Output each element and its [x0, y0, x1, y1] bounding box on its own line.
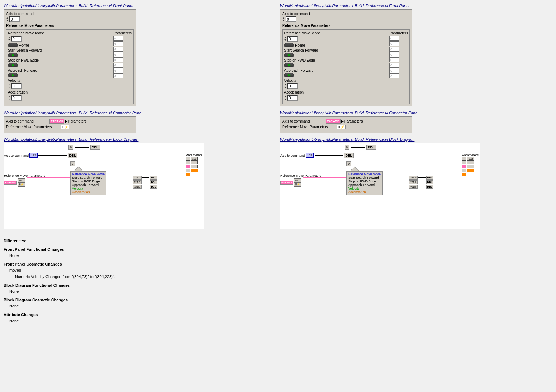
left-accel-down[interactable]: ▼: [8, 98, 10, 101]
left-mode-arrows[interactable]: ▲ ▼: [8, 36, 10, 42]
left-bd-zero-val: 0: [70, 161, 75, 166]
right-approach-fwd-label: Approach Forward: [284, 68, 387, 72]
right-velocity-control[interactable]: ▲ ▼ 0: [284, 83, 387, 89]
left-bd-sub-2: ⊞⚡: [18, 182, 25, 187]
right-axis-arrows[interactable]: ▲ ▼: [282, 16, 285, 22]
left-home-label: Home: [19, 43, 29, 47]
left-stop-fwd-button[interactable]: [8, 63, 110, 67]
left-bd-stop-fwd-func: Stop on FWD Edge: [72, 180, 105, 183]
right-home-button[interactable]: Home: [284, 43, 387, 47]
right-bd-stack-item-3: [462, 165, 466, 168]
left-accel-control[interactable]: ▲ ▼ 0: [8, 95, 110, 101]
left-axis-down-arrow[interactable]: ▼: [6, 19, 9, 22]
left-start-search-arrow: [12, 54, 14, 57]
right-start-search-button[interactable]: [284, 53, 387, 57]
left-velocity-value[interactable]: 0: [11, 83, 22, 89]
right-velocity-down[interactable]: ▼: [284, 86, 287, 89]
left-ref-move-mode-label: Reference Move Mode: [8, 31, 110, 35]
right-parameters-label: Parameters: [389, 31, 408, 35]
left-params-right: Parameters 0 0 0 0 0 0 0 0: [113, 31, 132, 102]
right-param-boxes: 0 0 0 0 0 0 0 0: [389, 36, 399, 78]
left-bd-dbl-1: DBL: [150, 176, 157, 180]
right-bd-stack-item-1: [462, 157, 466, 161]
right-bd-accel-func: Acceleration: [348, 190, 381, 194]
right-bd-ref-params-label: Reference Move Parameters: [280, 174, 321, 177]
right-mode-down[interactable]: ▼: [284, 39, 287, 42]
left-connector-ref-label: Reference Move Parameters: [6, 125, 52, 129]
left-velocity-label: Velocity: [8, 78, 110, 82]
left-velocity-down[interactable]: ▼: [8, 86, 10, 89]
right-axis-control[interactable]: ▲ ▼ 0: [282, 16, 410, 22]
fp-functional-none: None: [9, 253, 552, 259]
left-bd-axis-label: Axis to command: [4, 154, 29, 157]
left-parameters-label: Parameters: [113, 31, 132, 35]
right-stop-fwd-led: [284, 63, 294, 67]
right-accel-value[interactable]: 0: [287, 95, 298, 101]
left-mode-up[interactable]: ▲: [8, 36, 10, 39]
left-axis-value[interactable]: 0: [9, 16, 20, 22]
right-velocity-value[interactable]: 0: [287, 83, 298, 89]
left-velocity-up[interactable]: ▲: [8, 83, 10, 86]
left-accel-up[interactable]: ▲: [8, 95, 10, 98]
right-start-search-label: Start Search Forward: [284, 48, 387, 52]
left-accel-value[interactable]: 0: [11, 95, 22, 101]
right-bd-axis-label: Axis to command: [280, 154, 305, 157]
right-stop-fwd-button[interactable]: [284, 63, 387, 67]
left-approach-fwd-button[interactable]: [8, 73, 110, 77]
left-accel-arrows[interactable]: ▲ ▼: [8, 95, 10, 101]
right-bd-ref-params-row: PARAMS ~~/ ⊞⚡: [280, 178, 321, 187]
right-connector-icon: ⊞⚡: [338, 125, 344, 129]
left-connector-icon-box: ⊞⚡: [61, 125, 70, 129]
left-start-search-button[interactable]: [8, 53, 110, 57]
left-bd-stack-item-5: [186, 173, 190, 176]
left-mode-value[interactable]: 0: [11, 36, 22, 42]
right-bd-pink-wire: [303, 177, 346, 178]
right-axis-down-arrow[interactable]: ▼: [282, 19, 285, 22]
right-approach-fwd-button[interactable]: [284, 73, 387, 77]
right-ref-move-mode-control[interactable]: ▲ ▼ 0: [284, 36, 387, 42]
left-bd-stack-1: [186, 157, 190, 176]
right-mode-value[interactable]: 0: [287, 36, 298, 42]
right-bd-stack-1: [462, 157, 466, 176]
right-mode-up[interactable]: ▲: [284, 36, 287, 39]
fp-cosmetic-moved: moved: [9, 267, 552, 274]
left-bd-dbl-2: DBL: [150, 180, 157, 184]
left-axis-control[interactable]: ▲ ▼ 0: [6, 16, 134, 22]
right-axis-label: Axis to command: [282, 12, 410, 16]
left-bd-ref-params-section: Reference Move Parameters PARAMS ~~/ ⊞⚡: [4, 174, 45, 187]
left-home-button[interactable]: Home: [8, 43, 110, 47]
right-accel-control[interactable]: ▲ ▼ 0: [284, 95, 387, 101]
right-bd-stack-item-4: [462, 169, 466, 172]
left-stop-fwd-arrow: [12, 64, 14, 67]
right-accel-label: Acceleration: [284, 90, 387, 94]
left-bd-sub-boxes: ~~/ ⊞⚡: [18, 178, 25, 187]
right-accel-down[interactable]: ▼: [284, 98, 287, 101]
attr-heading: Attribute Changes: [4, 312, 552, 318]
right-mode-arrows[interactable]: ▲ ▼: [284, 36, 287, 42]
right-param-0: 0: [389, 36, 399, 41]
left-axis-label: Axis to command: [6, 12, 134, 16]
right-accel-up[interactable]: ▲: [284, 95, 287, 98]
right-connector-row-2: Reference Move Parameters ⊞⚡: [282, 125, 410, 129]
right-bd-start-search-func: Start Search Forward: [348, 176, 381, 180]
left-bd-dbl-right: ?21:0 DBL ?21:0 DBL ?21:0 DBL: [133, 176, 157, 189]
right-bd-sub-1: ~~/: [294, 178, 301, 182]
left-params-left: Reference Move Mode ▲ ▼ 0: [8, 31, 110, 102]
left-mode-down[interactable]: ▼: [8, 39, 10, 42]
left-home-led: [8, 43, 18, 47]
left-bd-zero-node: 0: [70, 161, 75, 166]
left-ref-move-params-header: Reference Move Parameters: [6, 24, 134, 28]
left-velocity-arrows[interactable]: ▲ ▼: [8, 83, 10, 89]
right-velocity-arrows[interactable]: ▲ ▼: [284, 83, 287, 89]
left-ref-move-mode-control[interactable]: ▲ ▼ 0: [8, 36, 110, 42]
right-velocity-up[interactable]: ▲: [284, 83, 287, 86]
attr-none: None: [9, 318, 552, 325]
right-bd-dbl-1: DBL: [426, 176, 433, 180]
left-velocity-control[interactable]: ▲ ▼ 0: [8, 83, 110, 89]
left-axis-arrows[interactable]: ▲ ▼: [6, 16, 9, 22]
right-axis-up-arrow[interactable]: ▲: [282, 16, 285, 19]
left-axis-up-arrow[interactable]: ▲: [6, 16, 9, 19]
right-bd-dbl-row-2: ?21:0 DBL: [409, 180, 433, 184]
right-accel-arrows[interactable]: ▲ ▼: [284, 95, 287, 101]
right-axis-value[interactable]: 0: [286, 16, 296, 22]
